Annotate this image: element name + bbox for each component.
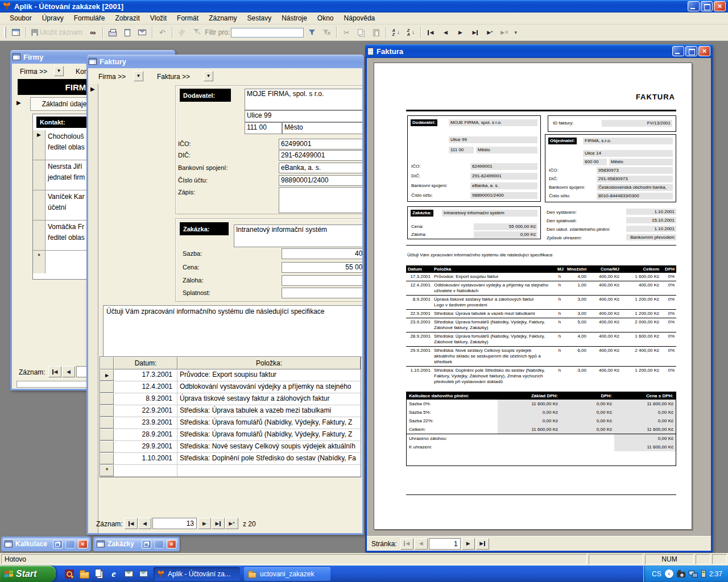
quick-launch-outlook-button[interactable] [138, 568, 149, 580]
grid-cell-datum[interactable]: 8.9.2001 [114, 393, 177, 405]
grid-header-polozka[interactable]: Položka: [177, 357, 361, 369]
start-button[interactable]: Start [0, 566, 56, 582]
find-button[interactable]: ∞ [86, 26, 100, 39]
faktury-record-selector-strip[interactable]: ▶ [88, 84, 98, 533]
grid-row[interactable]: 1.10.2001 Střediska: Doplnění pole Střed… [100, 453, 361, 465]
dodavatel-name-field[interactable]: MOJE FIRMA, spol. s r.o. [245, 89, 362, 110]
new-record-asterisk-icon[interactable]: * [100, 465, 114, 476]
quick-launch-documents-button[interactable] [93, 568, 105, 580]
filter-by-selection-button[interactable] [175, 26, 189, 39]
menu-item[interactable]: Formuláře [69, 13, 110, 23]
grid-row-selector[interactable] [100, 429, 114, 440]
faktura-minimize-button[interactable] [672, 46, 684, 56]
last-page-button[interactable]: ▶ [476, 538, 489, 550]
contact-row-selector[interactable] [33, 160, 46, 190]
app-maximize-button[interactable] [701, 1, 713, 11]
contact-row-selector[interactable] [33, 190, 46, 220]
undo-button[interactable]: ↶ [155, 26, 169, 39]
kalkulace-maximize-button[interactable] [65, 540, 75, 548]
grid-row-selector[interactable] [100, 441, 114, 452]
tray-language-indicator[interactable]: CS [652, 570, 661, 578]
ico-field[interactable]: 62499001 [279, 139, 362, 149]
last-record-button[interactable]: ▶ [468, 26, 482, 39]
grid-row[interactable]: 12.4.2001 Odblokování vystavování výdejk… [100, 381, 361, 393]
contact-row-selector[interactable] [33, 130, 46, 160]
grid-row[interactable]: 28.9.2001 Střediska: Úprava fomulářů (Na… [100, 429, 361, 441]
grid-new-row[interactable]: * [100, 465, 361, 477]
grid-cell-datum[interactable]: 29.9.2001 [114, 441, 177, 452]
grid-cell-polozka[interactable]: Střediska: Úprava fomulářů (Nabídky, Výd… [177, 429, 361, 440]
menu-item[interactable]: Soubor [5, 13, 37, 23]
faktury-first-record-button[interactable]: ◀ [125, 518, 138, 529]
next-record-button[interactable]: ▶ [453, 26, 467, 39]
grid-header-datum[interactable]: Datum: [114, 357, 177, 369]
grid-cell-datum[interactable]: 12.4.2001 [114, 381, 177, 393]
print-button[interactable] [106, 26, 119, 39]
toolbar-options-chevron[interactable]: ▾ [512, 30, 519, 35]
sort-descending-button[interactable]: ZA↓ [404, 26, 417, 39]
menu-item[interactable]: Formát [172, 13, 204, 23]
faktura-combo-button[interactable]: ▼ [204, 71, 213, 81]
firma-combo-button[interactable]: ▼ [134, 71, 143, 81]
tray-computer-icon[interactable] [701, 570, 706, 577]
zakazky-titlebar[interactable]: Zakázky × [95, 538, 178, 550]
quick-launch-ie-button[interactable]: e [108, 568, 119, 580]
firmy-first-record-button[interactable]: ◀ [48, 366, 61, 377]
menu-item[interactable]: Okno [312, 13, 339, 23]
bank-field[interactable]: eBanka, a. s. [279, 163, 362, 173]
grid-cell-datum-empty[interactable] [114, 465, 177, 476]
grid-cell-datum[interactable]: 1.10.2001 [114, 453, 177, 464]
contact-row-selector[interactable] [33, 221, 46, 250]
taskbar-task-uctovani-zakazek[interactable]: uctovani_zakazek [244, 567, 330, 581]
grid-row[interactable]: 29.9.2001 Střediska: Nové sestavy Celkov… [100, 441, 361, 453]
apply-filter-button[interactable] [305, 26, 318, 39]
faktury-new-record-button[interactable]: ▶* [225, 518, 238, 529]
form-view-button[interactable] [9, 26, 23, 39]
kalkulace-close-button[interactable]: × [78, 540, 88, 548]
copy-button[interactable] [354, 26, 368, 39]
zakazky-close-button[interactable]: × [167, 540, 176, 548]
grid-row[interactable]: 8.9.2001 Úprava tiskové sestavy faktur a… [100, 393, 361, 405]
menu-item[interactable]: Úpravy [37, 13, 69, 23]
grid-cell-datum[interactable]: 22.9.2001 [114, 405, 177, 417]
next-page-button[interactable]: ▶ [462, 538, 475, 550]
grid-row[interactable]: 17.3.2001 Průvodce: Export soupisu faktu… [100, 369, 361, 381]
faktura-maximize-button[interactable] [685, 46, 697, 56]
dodavatel-zip-field[interactable]: 111 00 [245, 122, 282, 134]
grid-cell-polozka[interactable]: Odblokování vystavování výdejky a příjem… [177, 381, 361, 393]
grid-row[interactable]: 22.9.2001 Střediska: Úprava tabulek a va… [100, 405, 361, 417]
grid-row[interactable]: 23.9.2001 Střediska: Úprava fomulářů (Na… [100, 417, 361, 429]
faktury-last-record-button[interactable]: ▶ [212, 518, 225, 529]
menu-item[interactable]: Záznamy [204, 13, 242, 23]
print-preview-button[interactable] [121, 26, 134, 39]
grid-cell-polozka[interactable]: Střediska: Nové sestavy Celkový soupis v… [177, 441, 361, 452]
grid-cell-datum[interactable]: 17.3.2001 [114, 369, 177, 381]
menu-item[interactable]: Nápověda [339, 13, 380, 23]
dodavatel-street-field[interactable]: Ulice 99 [245, 110, 362, 122]
tray-network-icon[interactable] [689, 571, 698, 577]
faktury-previous-record-button[interactable]: ◀ [138, 518, 151, 529]
grid-row-selector[interactable] [100, 369, 114, 381]
faktury-next-record-button[interactable]: ▶ [198, 518, 211, 529]
tray-clock[interactable]: 2:37 [709, 570, 722, 578]
account-field[interactable]: 98890001/2400 [279, 175, 362, 186]
grid-cell-polozka[interactable]: Střediska: Úprava fomulářů (Nabídky, Výd… [177, 417, 361, 429]
zakazky-restore-button[interactable] [142, 540, 151, 548]
taskbar-task-aplik[interactable]: Aplik - Účtování za... [154, 567, 240, 581]
previous-record-button[interactable]: ◀ [439, 26, 452, 39]
filter-for-input[interactable] [231, 28, 304, 38]
dodavatel-city-field[interactable]: Město [282, 122, 362, 134]
grid-cell-polozka[interactable]: Střediska: Úprava tabulek a vazeb mezi t… [177, 405, 361, 417]
grid-row-selector[interactable] [100, 453, 114, 464]
filter-by-form-button[interactable] [190, 26, 204, 39]
menu-item[interactable]: Nástroje [276, 13, 312, 23]
kalkulace-restore-button[interactable] [53, 540, 63, 548]
faktury-record-number-box[interactable]: 13 [152, 518, 197, 529]
toolbar-grip[interactable] [4, 27, 6, 38]
firma-combo-button[interactable]: ▼ [54, 66, 64, 76]
save-record-button[interactable]: Uložit záznam [29, 26, 85, 39]
faktura-titlebar[interactable]: Faktura × [365, 44, 713, 58]
menu-item[interactable]: Sestavy [242, 13, 276, 23]
quick-launch-mail-button[interactable] [123, 568, 134, 580]
zakazky-maximize-button[interactable] [154, 540, 164, 548]
